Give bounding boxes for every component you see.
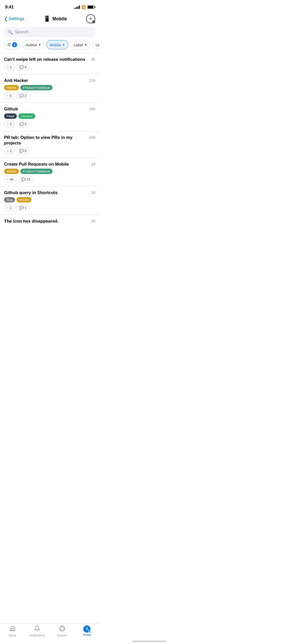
feed-item-5[interactable]: Create Pull Requests on Mobile 1d Mobile… <box>0 158 99 186</box>
tag-mobile: Mobile <box>4 85 19 90</box>
chevron-down-icon: ▼ <box>38 43 41 46</box>
feed-item-4[interactable]: PR tab: Option to view PRs in my project… <box>0 131 99 158</box>
comment-stat: 💬 0 <box>17 121 30 127</box>
comment-icon: 💬 <box>21 177 26 181</box>
upvote-stat: ↑ 1 <box>4 148 15 154</box>
add-button[interactable]: + <box>86 14 95 23</box>
back-label: Settings <box>9 16 24 21</box>
feed-list: Can't swipe left on release notification… <box>0 53 99 250</box>
comment-stat: 💬 0 <box>17 64 30 70</box>
status-icons: 📶 <box>74 5 94 9</box>
tag-bug: Bug <box>4 197 15 202</box>
upvote-stat: ↑ 2 <box>4 121 15 127</box>
feed-item-time: 23h <box>89 135 95 139</box>
tag-feed: Feed <box>4 113 17 119</box>
filter-label-label: Label <box>74 43 83 47</box>
upvote-stat: ↑ 0 <box>4 92 15 99</box>
feed-item-time: 2d <box>91 219 95 223</box>
filter-chip-mobile[interactable]: Mobile ▼ <box>46 40 68 49</box>
chevron-down-icon: ▼ <box>62 43 65 46</box>
chevron-left-icon: ❮ <box>4 16 8 22</box>
comment-icon: 💬 <box>19 206 24 210</box>
signal-icon <box>74 6 80 9</box>
feed-item-time: 2d <box>91 190 95 195</box>
feed-item-title: Github <box>4 106 86 112</box>
upvote-icon: ↑ <box>7 65 9 69</box>
feed-item-1[interactable]: Can't swipe left on release notification… <box>0 53 99 74</box>
filter-row: ☰ 1 Author ▼ Mobile ▼ Label ▼ Unanswered <box>0 40 99 53</box>
search-input[interactable]: Search <box>15 30 29 35</box>
page-title: 📱 Mobile <box>44 16 67 22</box>
feed-item-title: Github query in Shortcuts <box>4 190 88 196</box>
upvote-icon: ↑ <box>7 177 9 181</box>
comment-icon: 💬 <box>19 94 24 98</box>
feed-item-title: Anti Hacker <box>4 78 86 83</box>
feed-item-time: 1d <box>91 162 95 166</box>
tag-product-feedback: Product Feedback <box>20 169 52 174</box>
filter-icon: ☰ <box>7 42 11 47</box>
chevron-down-icon: ▼ <box>84 43 87 46</box>
search-container: 🔍 Search <box>0 26 99 40</box>
comment-stat: 💬 1 <box>17 204 30 211</box>
feed-item-title: The icon has disappeared. <box>4 218 88 224</box>
tags-row: Bug Mobile <box>4 197 95 202</box>
status-time: 9:41 <box>5 5 14 10</box>
feed-item-time: 11h <box>89 78 95 82</box>
filter-unanswered-label: Unanswered <box>96 43 99 47</box>
feed-item-title: Create Pull Requests on Mobile <box>4 162 88 167</box>
feed-item-title: Can't swipe left on release notification… <box>4 57 88 62</box>
filter-author-label: Author <box>26 43 37 47</box>
feed-item-2[interactable]: Anti Hacker 11h Mobile Product Feedback … <box>0 74 99 103</box>
tags-row: Mobile Product Feedback <box>4 169 95 174</box>
comment-stat: 💬 2 <box>17 92 30 99</box>
feed-item-time: 15h <box>89 107 95 111</box>
comment-stat: 💬 0 <box>17 148 30 154</box>
filter-chip-all[interactable]: ☰ 1 <box>4 40 20 49</box>
filter-badge: 1 <box>12 42 17 47</box>
feed-item-time: 3h <box>91 57 95 61</box>
tag-general: General <box>18 113 35 119</box>
upvote-icon: ↑ <box>7 149 9 153</box>
comment-icon: 💬 <box>19 65 24 69</box>
tag-product-feedback: Product Feedback <box>20 85 52 90</box>
filter-chip-unanswered[interactable]: Unanswered <box>92 40 99 49</box>
comment-icon: 💬 <box>19 122 24 126</box>
upvote-icon: ↑ <box>7 206 9 210</box>
filter-mobile-label: Mobile <box>50 43 61 47</box>
tag-mobile: Mobile <box>4 169 19 174</box>
upvote-stat: ↑ 1 <box>4 204 15 211</box>
battery-icon <box>87 5 94 9</box>
search-icon: 🔍 <box>8 30 13 35</box>
tag-mobile: Mobile <box>17 197 31 202</box>
back-button[interactable]: ❮ Settings <box>4 16 24 22</box>
mobile-icon: 📱 <box>44 16 50 22</box>
upvote-stat: ↑ 46 <box>4 176 17 183</box>
upvote-icon: ↑ <box>7 122 9 126</box>
filter-chip-label[interactable]: Label ▼ <box>70 40 90 49</box>
plus-icon: + <box>89 16 92 22</box>
feed-item-title: PR tab: Option to view PRs in my project… <box>4 135 86 146</box>
upvote-icon: ↑ <box>7 94 9 98</box>
feed-item-7[interactable]: The icon has disappeared. 2d <box>0 215 99 227</box>
nav-header: ❮ Settings 📱 Mobile + <box>0 12 99 26</box>
comment-icon: 💬 <box>19 149 24 153</box>
avatar-dot <box>92 20 95 23</box>
status-bar: 9:41 📶 <box>0 0 99 12</box>
feed-item-3[interactable]: Github 15h Feed General ↑ 2 💬 0 <box>0 103 99 131</box>
wifi-icon: 📶 <box>82 5 86 9</box>
search-bar[interactable]: 🔍 Search <box>4 27 95 37</box>
tags-row: Feed General <box>4 113 95 119</box>
upvote-stat: ↑ 1 <box>4 64 15 70</box>
feed-item-6[interactable]: Github query in Shortcuts 2d Bug Mobile … <box>0 186 99 215</box>
comment-stat: 💬 15 <box>19 176 34 183</box>
filter-chip-author[interactable]: Author ▼ <box>22 40 44 49</box>
tags-row: Mobile Product Feedback <box>4 85 95 90</box>
